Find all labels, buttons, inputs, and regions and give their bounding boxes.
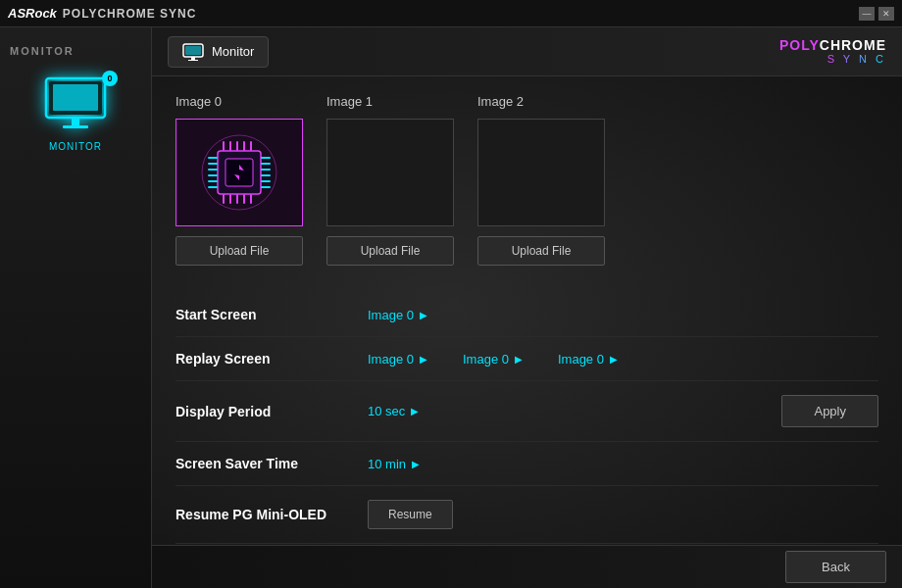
svg-rect-22 [261,174,271,176]
svg-rect-3 [72,118,79,125]
image-card-1: Image 1 Upload File [326,94,454,266]
upload-file-2-button[interactable]: Upload File [477,236,605,266]
sidebar: MONITOR 0 MONITOR [0,27,152,588]
screen-saver-row: Screen Saver Time 10 min ▶ [175,442,878,486]
svg-rect-33 [243,194,245,204]
svg-rect-11 [226,159,253,186]
display-period-row: Display Period 10 sec ▶ Apply [175,381,878,442]
chip-svg [190,128,288,217]
image-0-label: Image 0 [175,94,222,109]
svg-rect-29 [250,141,252,151]
svg-rect-18 [208,186,218,188]
svg-rect-6 [185,46,201,55]
svg-rect-25 [223,141,225,151]
svg-rect-28 [243,141,245,151]
image-card-2: Image 2 Upload File [477,94,605,266]
polychrome-bottom-text: S Y N C [827,53,886,66]
monitor-icon [41,74,110,131]
svg-rect-34 [250,194,252,204]
resume-pg-row: Resume PG Mini-OLED Resume [175,486,878,544]
display-period-value: 10 sec [368,404,405,418]
settings-section: Start Screen Image 0 ▶ Replay Screen Ima… [175,293,878,544]
svg-rect-4 [63,125,88,128]
resume-button[interactable]: Resume [368,500,453,529]
svg-rect-32 [236,194,238,204]
svg-rect-24 [261,186,271,188]
image-2-label: Image 2 [477,94,524,109]
svg-rect-13 [208,157,218,159]
upload-file-0-button[interactable]: Upload File [175,236,303,266]
monitor-tab[interactable]: Monitor [168,36,269,68]
sidebar-item-monitor[interactable]: 0 MONITOR [0,65,151,162]
monitor-icon-wrapper: 0 [41,74,110,135]
content-area: Monitor POLYPOLYCHROMECHROME S Y N C Ima… [152,27,902,588]
title-bar-controls: — ✕ [859,7,894,21]
display-period-label: Display Period [175,404,352,419]
image-cards-row: Image 0 [175,94,878,266]
replay-screen-row: Replay Screen Image 0 ▶ Image 0 ▶ Image … [175,337,878,381]
svg-rect-17 [208,180,218,182]
title-bar: ASRock POLYCHROME SYNC — ✕ [0,0,902,27]
replay-dropdown-2[interactable]: Image 0 ▶ [558,352,618,367]
replay-value-0: Image 0 [368,352,414,367]
svg-rect-30 [223,194,225,204]
svg-rect-31 [229,194,231,204]
header-bar: Monitor POLYPOLYCHROMECHROME S Y N C [152,27,902,76]
close-button[interactable]: ✕ [878,7,894,21]
screen-saver-label: Screen Saver Time [175,456,352,471]
replay-arrow-0-icon: ▶ [420,354,427,365]
replay-screen-label: Replay Screen [175,351,352,367]
replay-dropdowns-group: Image 0 ▶ Image 0 ▶ Image 0 ▶ [368,352,878,367]
start-screen-value: Image 0 [368,308,414,322]
start-screen-arrow-icon: ▶ [420,310,427,320]
sidebar-section-label: MONITOR [0,37,84,65]
svg-rect-14 [208,163,218,165]
apply-button[interactable]: Apply [781,395,878,427]
replay-value-2: Image 0 [558,352,604,367]
title-bar-left: ASRock POLYCHROME SYNC [8,6,196,21]
svg-rect-26 [229,141,231,151]
monitor-tab-label: Monitor [212,44,254,59]
image-2-preview [477,119,605,226]
minimize-button[interactable]: — [859,7,875,21]
svg-rect-21 [261,169,271,171]
start-screen-dropdown[interactable]: Image 0 ▶ [368,308,427,322]
svg-rect-23 [261,180,271,182]
footer: Back [152,545,902,588]
resume-pg-label: Resume PG Mini-OLED [175,507,352,522]
display-period-dropdown[interactable]: 10 sec ▶ [368,404,419,418]
content-body: Image 0 [152,76,902,545]
svg-rect-8 [188,60,198,61]
back-button[interactable]: Back [785,551,886,583]
image-card-0: Image 0 [175,94,303,266]
image-1-preview [326,119,454,226]
replay-dropdown-0[interactable]: Image 0 ▶ [368,352,427,367]
asrock-logo: ASRock [8,6,57,21]
main-container: MONITOR 0 MONITOR [0,27,902,588]
replay-value-1: Image 0 [463,352,509,367]
svg-rect-20 [261,163,271,165]
polychrome-logo: POLYPOLYCHROMECHROME S Y N C [779,37,886,67]
monitor-label: MONITOR [49,141,102,152]
svg-rect-27 [236,141,238,151]
screen-saver-dropdown[interactable]: 10 min ▶ [368,457,420,471]
display-period-arrow-icon: ▶ [411,406,419,416]
image-0-preview [175,119,303,226]
svg-rect-19 [261,157,271,159]
svg-rect-15 [208,169,218,171]
replay-arrow-1-icon: ▶ [515,354,523,365]
screen-saver-arrow-icon: ▶ [412,459,420,469]
svg-rect-7 [191,57,195,60]
upload-file-1-button[interactable]: Upload File [326,236,454,266]
replay-dropdown-1[interactable]: Image 0 ▶ [463,352,523,367]
monitor-badge: 0 [102,71,118,86]
replay-arrow-2-icon: ▶ [610,354,618,365]
monitor-tab-icon [182,43,204,61]
svg-rect-16 [208,174,218,176]
polychrome-top-text: POLYPOLYCHROMECHROME [779,37,886,54]
svg-rect-2 [53,84,98,111]
screen-saver-value: 10 min [368,457,406,471]
start-screen-label: Start Screen [175,307,352,322]
start-screen-row: Start Screen Image 0 ▶ [175,293,878,337]
app-title: POLYCHROME SYNC [63,7,197,21]
